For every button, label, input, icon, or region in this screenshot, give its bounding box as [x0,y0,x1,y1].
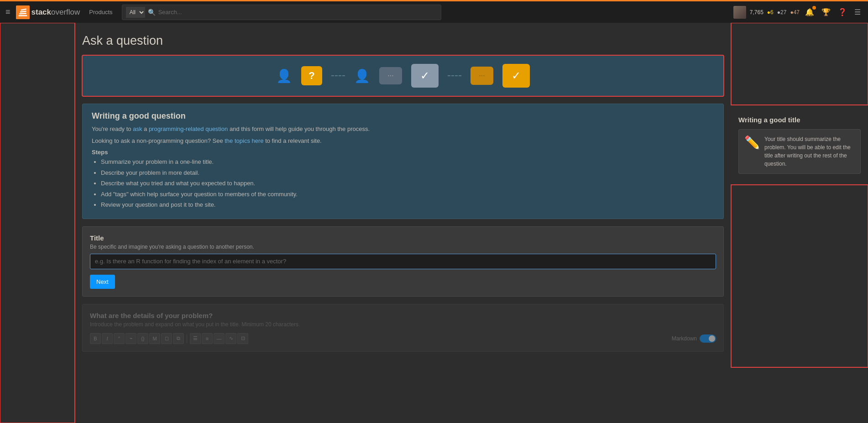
ask-link[interactable]: ask [133,125,142,132]
step-1: Summarize your problem in a one-line tit… [101,157,714,167]
undo-button[interactable]: ∿ [225,333,236,344]
codeblock-button[interactable]: {} [137,333,148,344]
svg-rect-0 [16,5,30,19]
writing-tip-section: Writing a good title ✏️ Your title shoul… [731,109,868,181]
ul-button[interactable]: ≡ [202,333,213,344]
hr-button[interactable]: — [214,333,225,344]
toolbar-separator-1 [187,334,187,343]
code-button[interactable]: ⌁ [125,333,136,344]
page-title: Ask a question [82,34,724,48]
left-sidebar [0,23,75,423]
avatar[interactable] [733,6,746,19]
gold-badge: ●6 [767,9,774,16]
hero-illustration: 👤 ? 👤 ··· ✓ ··· ✓ [276,64,530,88]
editor-toolbar: B I " ⌁ {} M ◻ ⧉ ☰ ≡ — ∿ ⊡ Markdown [90,333,716,344]
title-form-section: Title Be specific and imagine you're ask… [82,226,724,297]
step-2: Describe your problem in more detail. [101,168,714,178]
hero-banner: 👤 ? 👤 ··· ✓ ··· ✓ [82,55,724,96]
guide-para2: Looking to ask a non-programming questio… [92,136,714,146]
quote-button[interactable]: " [114,333,125,344]
page-layout: Ask a question 👤 ? 👤 ··· ✓ ··· ✓ [0,23,868,423]
products-menu[interactable]: Products [85,7,116,17]
steps-list: Summarize your problem in a one-line tit… [92,157,714,209]
search-icon: 🔍 [148,9,156,16]
main-content: Ask a question 👤 ? 👤 ··· ✓ ··· ✓ [75,23,731,423]
step-5: Review your question and post it to the … [101,200,714,209]
tip-card: ✏️ Your title should summarize the probl… [738,129,861,174]
tip-text: Your title should summarize the problem.… [764,135,855,168]
details-hint: Introduce the problem and expand on what… [90,321,716,328]
tip-heading: Writing a good title [738,116,861,124]
details-form-section: What are the details of your problem? In… [82,304,724,352]
svg-rect-1 [18,15,27,16]
person1-icon: 👤 [276,68,292,84]
check-bubble-gray: ✓ [411,64,439,88]
silver-badge: ●27 [777,9,787,16]
next-button[interactable]: Next [90,275,115,289]
italic-button[interactable]: I [102,333,113,344]
help-icon[interactable]: ❓ [836,6,849,18]
step-3: Describe what you tried and what you exp… [101,179,714,188]
navbar-right: 7,765 ●6 ●27 ●47 🔔 🏆 ❓ ☰ [733,6,863,19]
title-label: Title [90,234,716,242]
right-sidebar: Writing a good title ✏️ Your title shoul… [731,23,868,423]
writing-guide-box: Writing a good question You're ready to … [82,104,724,219]
markdown-switch[interactable] [700,334,716,343]
menu-icon[interactable]: ☰ [852,6,863,18]
search-input[interactable] [158,5,437,20]
steps-label: Steps [92,149,714,156]
site-logo[interactable]: stackoverflow [16,5,80,19]
typing-bubble: ··· [379,67,402,84]
redo-button[interactable]: ⊡ [237,333,248,344]
search-filter-select[interactable]: All [126,7,145,18]
question-bubble: ? [301,66,322,85]
dashed-line-1 [331,75,345,76]
programming-question-link[interactable]: programming-related question [149,125,228,132]
dashed-line-2 [448,75,461,76]
topics-link[interactable]: the topics here [225,137,263,144]
details-label: What are the details of your problem? [90,312,716,319]
guide-heading: Writing a good question [92,111,714,121]
image-button[interactable]: M [149,333,160,344]
right-sidebar-bottom-area [731,185,868,367]
achievements-icon[interactable]: 🏆 [820,6,832,18]
reputation-score: 7,765 [750,9,763,16]
right-sidebar-top-area [731,23,868,105]
blockquote-button[interactable]: ⧉ [173,333,184,344]
person2-icon: 👤 [354,68,370,84]
dots-bubble-gold: ··· [471,67,493,85]
title-input[interactable] [90,254,716,269]
ol-button[interactable]: ☰ [190,333,201,344]
navbar: ≡ stackoverflow Products All 🔍 7,765 ●6 … [0,0,868,23]
search-bar: All 🔍 [122,5,441,20]
link-button[interactable]: ◻ [161,333,172,344]
bronze-badge: ●47 [790,9,800,16]
title-hint: Be specific and imagine you're asking a … [90,244,716,250]
markdown-toggle: Markdown [672,334,716,343]
check-bubble-gold: ✓ [502,64,530,88]
markdown-label: Markdown [672,335,697,342]
pencil-icon: ✏️ [744,135,759,150]
bold-button[interactable]: B [90,333,101,344]
inbox-icon[interactable]: 🔔 [803,6,816,18]
step-4: Add "tags" which help surface your quest… [101,190,714,199]
logo-text: stackoverflow [31,8,80,17]
guide-para1: You're ready to ask a programming-relate… [92,125,714,134]
hamburger-icon[interactable]: ≡ [5,7,10,17]
